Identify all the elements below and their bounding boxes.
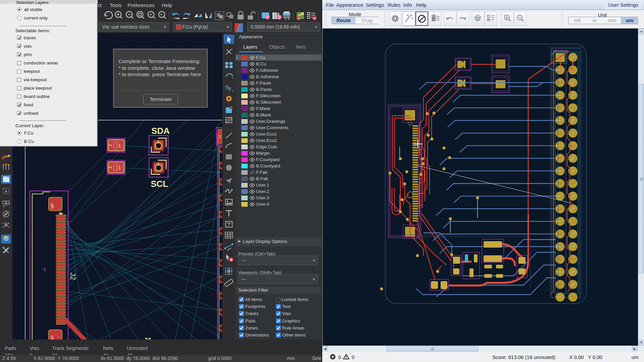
svg-text:1: 1 (118, 165, 121, 170)
svg-text:SCL: SCL (151, 179, 168, 189)
svg-text:×: × (58, 206, 60, 210)
svg-text:1: 1 (157, 161, 160, 166)
svg-text:2: 2 (108, 166, 113, 168)
svg-text:J2: J2 (69, 272, 77, 280)
svg-text:2: 2 (108, 144, 113, 146)
svg-text:MP: MP (50, 203, 54, 209)
svg-text:MP: MP (50, 336, 54, 340)
svg-text:SDA: SDA (151, 126, 170, 136)
svg-text:1: 1 (157, 139, 160, 144)
svg-text:×: × (58, 335, 60, 339)
svg-text:J1: J1 (144, 336, 152, 340)
svg-text:1: 1 (118, 143, 121, 148)
svg-text:1: 1 (219, 134, 221, 139)
